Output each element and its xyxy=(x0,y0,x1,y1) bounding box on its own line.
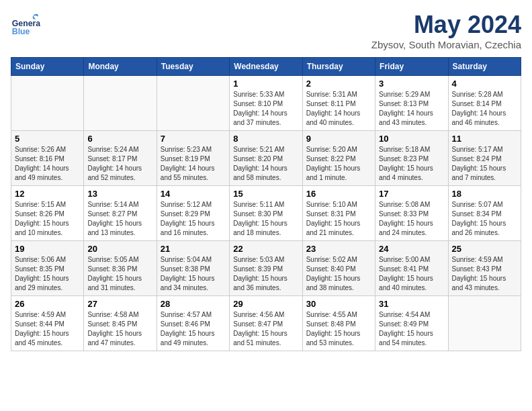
calendar-cell xyxy=(11,76,84,131)
calendar-week-3: 12Sunrise: 5:15 AM Sunset: 8:26 PM Dayli… xyxy=(11,186,521,241)
calendar-cell: 3Sunrise: 5:29 AM Sunset: 8:13 PM Daylig… xyxy=(375,76,448,131)
day-info: Sunrise: 4:56 AM Sunset: 8:47 PM Dayligh… xyxy=(233,310,298,348)
calendar-cell: 20Sunrise: 5:05 AM Sunset: 8:36 PM Dayli… xyxy=(84,241,157,296)
calendar-week-4: 19Sunrise: 5:06 AM Sunset: 8:35 PM Dayli… xyxy=(11,241,521,296)
day-info: Sunrise: 5:31 AM Sunset: 8:11 PM Dayligh… xyxy=(306,90,371,128)
day-number: 21 xyxy=(161,244,226,254)
calendar-cell: 12Sunrise: 5:15 AM Sunset: 8:26 PM Dayli… xyxy=(11,186,84,241)
day-number: 15 xyxy=(233,189,298,199)
weekday-header-sunday: Sunday xyxy=(11,58,84,76)
day-number: 19 xyxy=(15,244,80,254)
day-number: 30 xyxy=(306,299,371,309)
calendar-cell: 31Sunrise: 4:54 AM Sunset: 8:49 PM Dayli… xyxy=(375,296,448,351)
day-info: Sunrise: 5:20 AM Sunset: 8:22 PM Dayligh… xyxy=(306,145,371,183)
weekday-header-thursday: Thursday xyxy=(302,58,375,76)
day-number: 23 xyxy=(306,244,371,254)
calendar-cell: 14Sunrise: 5:12 AM Sunset: 8:29 PM Dayli… xyxy=(157,186,229,241)
calendar-cell: 27Sunrise: 4:58 AM Sunset: 8:45 PM Dayli… xyxy=(84,296,157,351)
day-number: 16 xyxy=(306,189,371,199)
day-number: 29 xyxy=(233,299,298,309)
day-info: Sunrise: 4:58 AM Sunset: 8:45 PM Dayligh… xyxy=(87,310,152,348)
calendar-cell: 26Sunrise: 4:59 AM Sunset: 8:44 PM Dayli… xyxy=(11,296,84,351)
day-number: 22 xyxy=(233,244,298,254)
calendar-cell: 15Sunrise: 5:11 AM Sunset: 8:30 PM Dayli… xyxy=(230,186,302,241)
day-info: Sunrise: 5:10 AM Sunset: 8:31 PM Dayligh… xyxy=(306,200,371,238)
day-info: Sunrise: 5:33 AM Sunset: 8:10 PM Dayligh… xyxy=(233,90,298,128)
day-number: 9 xyxy=(306,134,371,144)
day-info: Sunrise: 5:06 AM Sunset: 8:35 PM Dayligh… xyxy=(15,255,80,293)
calendar-cell: 9Sunrise: 5:20 AM Sunset: 8:22 PM Daylig… xyxy=(302,131,375,186)
location: Zbysov, South Moravian, Czechia xyxy=(371,39,521,50)
day-number: 5 xyxy=(15,134,80,144)
day-info: Sunrise: 5:08 AM Sunset: 8:33 PM Dayligh… xyxy=(379,200,444,238)
day-number: 4 xyxy=(452,79,517,89)
calendar-cell: 2Sunrise: 5:31 AM Sunset: 8:11 PM Daylig… xyxy=(302,76,375,131)
calendar-cell: 11Sunrise: 5:17 AM Sunset: 8:24 PM Dayli… xyxy=(448,131,521,186)
day-number: 17 xyxy=(379,189,444,199)
calendar-cell xyxy=(157,76,229,131)
day-number: 11 xyxy=(452,134,517,144)
day-info: Sunrise: 5:02 AM Sunset: 8:40 PM Dayligh… xyxy=(306,255,371,293)
day-info: Sunrise: 5:15 AM Sunset: 8:26 PM Dayligh… xyxy=(15,200,80,238)
title-area: May 2024 Zbysov, South Moravian, Czechia xyxy=(371,11,521,50)
day-info: Sunrise: 5:26 AM Sunset: 8:16 PM Dayligh… xyxy=(15,145,80,183)
day-number: 18 xyxy=(452,189,517,199)
calendar-cell: 6Sunrise: 5:24 AM Sunset: 8:17 PM Daylig… xyxy=(84,131,157,186)
logo-icon: General Blue xyxy=(11,11,40,40)
logo: General Blue xyxy=(11,11,40,40)
day-number: 13 xyxy=(87,189,152,199)
calendar-cell: 28Sunrise: 4:57 AM Sunset: 8:46 PM Dayli… xyxy=(157,296,229,351)
day-info: Sunrise: 5:05 AM Sunset: 8:36 PM Dayligh… xyxy=(87,255,152,293)
day-number: 25 xyxy=(452,244,517,254)
weekday-header-saturday: Saturday xyxy=(448,58,521,76)
day-number: 31 xyxy=(379,299,444,309)
day-number: 28 xyxy=(161,299,226,309)
calendar-cell: 5Sunrise: 5:26 AM Sunset: 8:16 PM Daylig… xyxy=(11,131,84,186)
day-info: Sunrise: 5:07 AM Sunset: 8:34 PM Dayligh… xyxy=(452,200,517,238)
calendar-cell: 4Sunrise: 5:28 AM Sunset: 8:14 PM Daylig… xyxy=(448,76,521,131)
weekday-header-row: SundayMondayTuesdayWednesdayThursdayFrid… xyxy=(11,58,521,76)
calendar-cell: 25Sunrise: 4:59 AM Sunset: 8:43 PM Dayli… xyxy=(448,241,521,296)
day-info: Sunrise: 5:29 AM Sunset: 8:13 PM Dayligh… xyxy=(379,90,444,128)
calendar-cell: 22Sunrise: 5:03 AM Sunset: 8:39 PM Dayli… xyxy=(230,241,302,296)
day-info: Sunrise: 4:59 AM Sunset: 8:43 PM Dayligh… xyxy=(452,255,517,293)
day-info: Sunrise: 5:21 AM Sunset: 8:20 PM Dayligh… xyxy=(233,145,298,183)
day-info: Sunrise: 4:54 AM Sunset: 8:49 PM Dayligh… xyxy=(379,310,444,348)
day-number: 20 xyxy=(87,244,152,254)
calendar-cell: 8Sunrise: 5:21 AM Sunset: 8:20 PM Daylig… xyxy=(230,131,302,186)
day-number: 10 xyxy=(379,134,444,144)
day-number: 8 xyxy=(233,134,298,144)
day-info: Sunrise: 5:12 AM Sunset: 8:29 PM Dayligh… xyxy=(161,200,226,238)
calendar-cell xyxy=(84,76,157,131)
calendar-cell: 29Sunrise: 4:56 AM Sunset: 8:47 PM Dayli… xyxy=(230,296,302,351)
svg-text:Blue: Blue xyxy=(12,27,30,36)
calendar-cell: 24Sunrise: 5:00 AM Sunset: 8:41 PM Dayli… xyxy=(375,241,448,296)
day-number: 14 xyxy=(161,189,226,199)
calendar-cell: 16Sunrise: 5:10 AM Sunset: 8:31 PM Dayli… xyxy=(302,186,375,241)
calendar-cell: 23Sunrise: 5:02 AM Sunset: 8:40 PM Dayli… xyxy=(302,241,375,296)
calendar-cell: 19Sunrise: 5:06 AM Sunset: 8:35 PM Dayli… xyxy=(11,241,84,296)
calendar-cell: 7Sunrise: 5:23 AM Sunset: 8:19 PM Daylig… xyxy=(157,131,229,186)
weekday-header-monday: Monday xyxy=(84,58,157,76)
day-info: Sunrise: 5:11 AM Sunset: 8:30 PM Dayligh… xyxy=(233,200,298,238)
day-number: 24 xyxy=(379,244,444,254)
day-number: 27 xyxy=(87,299,152,309)
calendar-cell: 18Sunrise: 5:07 AM Sunset: 8:34 PM Dayli… xyxy=(448,186,521,241)
day-info: Sunrise: 5:04 AM Sunset: 8:38 PM Dayligh… xyxy=(161,255,226,293)
day-number: 2 xyxy=(306,79,371,89)
calendar-cell: 30Sunrise: 4:55 AM Sunset: 8:48 PM Dayli… xyxy=(302,296,375,351)
day-info: Sunrise: 5:23 AM Sunset: 8:19 PM Dayligh… xyxy=(161,145,226,183)
calendar-cell: 21Sunrise: 5:04 AM Sunset: 8:38 PM Dayli… xyxy=(157,241,229,296)
day-info: Sunrise: 4:59 AM Sunset: 8:44 PM Dayligh… xyxy=(15,310,80,348)
weekday-header-wednesday: Wednesday xyxy=(230,58,302,76)
calendar-cell xyxy=(448,296,521,351)
day-number: 12 xyxy=(15,189,80,199)
calendar-week-5: 26Sunrise: 4:59 AM Sunset: 8:44 PM Dayli… xyxy=(11,296,521,351)
day-number: 3 xyxy=(379,79,444,89)
calendar-week-2: 5Sunrise: 5:26 AM Sunset: 8:16 PM Daylig… xyxy=(11,131,521,186)
day-number: 1 xyxy=(233,79,298,89)
calendar-cell: 1Sunrise: 5:33 AM Sunset: 8:10 PM Daylig… xyxy=(230,76,302,131)
calendar-week-1: 1Sunrise: 5:33 AM Sunset: 8:10 PM Daylig… xyxy=(11,76,521,131)
day-number: 7 xyxy=(161,134,226,144)
day-info: Sunrise: 5:17 AM Sunset: 8:24 PM Dayligh… xyxy=(452,145,517,183)
